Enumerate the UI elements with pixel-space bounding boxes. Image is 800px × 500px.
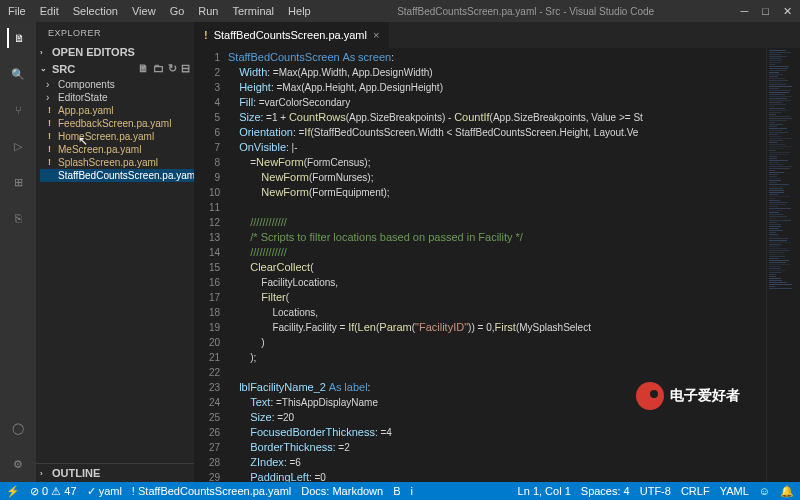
cursor-position[interactable]: Ln 1, Col 1 [518, 485, 571, 498]
minimize-icon: ─ [741, 5, 749, 18]
window-controls[interactable]: ─□✕ [741, 5, 792, 18]
feedback-icon[interactable]: ☺ [759, 485, 770, 498]
collapse-icon[interactable]: ⊟ [181, 62, 190, 75]
maximize-icon: □ [762, 5, 769, 18]
branch-status[interactable]: ✓ yaml [87, 485, 122, 498]
menu-selection[interactable]: Selection [73, 5, 118, 17]
debug-icon[interactable]: ▷ [8, 136, 28, 156]
eol[interactable]: CRLF [681, 485, 710, 498]
activity-bar: 🗎 🔍 ⑂ ▷ ⊞ ⎘ ◯ ⚙ [0, 22, 36, 482]
settings-icon[interactable]: ⚙ [8, 454, 28, 474]
editor-tabs: ! StaffBedCountsScreen.pa.yaml × [194, 22, 800, 48]
account-icon[interactable]: ◯ [8, 418, 28, 438]
tab-label: StaffBedCountsScreen.pa.yaml [214, 29, 367, 41]
menu-terminal[interactable]: Terminal [233, 5, 275, 17]
close-icon: ✕ [783, 5, 792, 18]
file-SplashScreen-pa-yaml[interactable]: SplashScreen.pa.yaml [40, 156, 194, 169]
menu-help[interactable]: Help [288, 5, 311, 17]
errors-count[interactable]: ⊘ 0 ⚠ 47 [30, 485, 77, 498]
src-section[interactable]: ⌄SRC 🗎🗀↻⊟ [36, 60, 194, 77]
source-control-icon[interactable]: ⑂ [8, 100, 28, 120]
remote-indicator[interactable]: ⚡ [6, 485, 20, 498]
search-icon[interactable]: 🔍 [8, 64, 28, 84]
status-bar: ⚡ ⊘ 0 ⚠ 47 ✓ yaml ! StaffBedCountsScreen… [0, 482, 800, 500]
menu-file[interactable]: File [8, 5, 26, 17]
window-title: StaffBedCountsScreen.pa.yaml - Src - Vis… [311, 6, 741, 17]
menu-go[interactable]: Go [170, 5, 185, 17]
indentation[interactable]: Spaces: 4 [581, 485, 630, 498]
explorer-title: EXPLORER [36, 22, 194, 44]
active-tab[interactable]: ! StaffBedCountsScreen.pa.yaml × [194, 22, 390, 48]
file-MeScreen-pa-yaml[interactable]: MeScreen.pa.yaml [40, 143, 194, 156]
file-FeedbackScreen-pa-yaml[interactable]: FeedbackScreen.pa.yaml [40, 117, 194, 130]
file-StaffBedCountsScreen-pa-yaml[interactable]: StaffBedCountsScreen.pa.yaml [40, 169, 194, 182]
remote-icon[interactable]: ⎘ [8, 208, 28, 228]
extensions-icon[interactable]: ⊞ [8, 172, 28, 192]
menu-run[interactable]: Run [198, 5, 218, 17]
file-HomeScreen-pa-yaml[interactable]: HomeScreen.pa.yaml [40, 130, 194, 143]
new-file-icon[interactable]: 🗎 [138, 62, 149, 75]
main-menu[interactable]: FileEditSelectionViewGoRunTerminalHelp [8, 5, 311, 17]
outline-section[interactable]: ›OUTLINE [36, 463, 194, 482]
refresh-icon[interactable]: ↻ [168, 62, 177, 75]
close-tab-icon[interactable]: × [373, 29, 379, 41]
file-Components[interactable]: Components [40, 78, 194, 91]
menu-edit[interactable]: Edit [40, 5, 59, 17]
notifications-icon[interactable]: 🔔 [780, 485, 794, 498]
file-status[interactable]: ! StaffBedCountsScreen.pa.yaml [132, 485, 291, 497]
explorer-sidebar: EXPLORER ›OPEN EDITORS ⌄SRC 🗎🗀↻⊟ Compone… [36, 22, 194, 482]
open-editors-section[interactable]: ›OPEN EDITORS [36, 44, 194, 60]
file-App-pa-yaml[interactable]: App.pa.yaml [40, 104, 194, 117]
file-EditorState[interactable]: EditorState [40, 91, 194, 104]
code-content[interactable]: StaffBedCountsScreen As screen: Width: =… [228, 48, 766, 482]
modified-indicator-icon: ! [204, 29, 208, 41]
encoding[interactable]: UTF-8 [640, 485, 671, 498]
minimap[interactable] [766, 48, 800, 482]
menu-view[interactable]: View [132, 5, 156, 17]
new-folder-icon[interactable]: 🗀 [153, 62, 164, 75]
language-mode[interactable]: YAML [720, 485, 749, 498]
explorer-icon[interactable]: 🗎 [7, 28, 27, 48]
docs-mode[interactable]: Docs: Markdown [301, 485, 383, 497]
line-numbers: 1234567891011121314151617181920212223242… [194, 48, 228, 482]
